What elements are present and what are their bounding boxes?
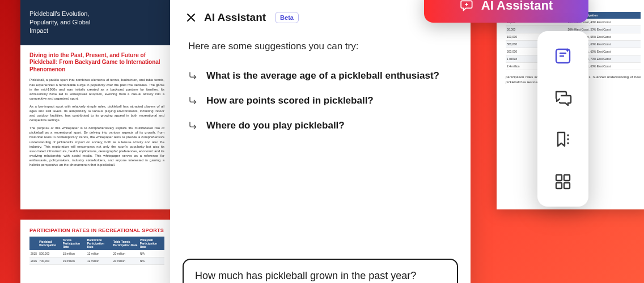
th: Tennis Participation Rate [62,237,86,250]
tool-chat[interactable] [553,88,573,108]
assistant-title: AI Assistant [204,11,266,24]
grid-icon [553,172,573,191]
suggestion-item[interactable]: Where do you play pickleball? [186,113,455,138]
doc-paragraph: As a low-impact sport with relatively si… [29,104,164,122]
suggestion-text: How are points scored in pickleball? [206,95,374,106]
th [29,237,38,250]
th: Pickleball Participation [38,237,62,250]
tool-sparkle-doc[interactable] [553,46,573,66]
doc-subtitle: Pickleball's Evolution, Popularity, and … [29,10,109,35]
doc-heading: Diving into the Past, Present, and Futur… [29,52,164,74]
suggestion-text: What is the average age of a pickleball … [206,70,439,82]
doc-table-title: PARTICIPATION RATES IN RECREATIONAL SPOR… [29,228,164,233]
th: Badminton Participation Rate [86,237,112,250]
suggestion-item[interactable]: How are points scored in pickleball? [186,88,455,113]
svg-rect-5 [564,175,570,181]
assistant-input[interactable]: How much has pickleball grown in the pas… [183,259,458,283]
background-page-left-top: THE RISE OF PICKLEBALL Pickleball's Evol… [20,0,173,209]
th: Table Tennis Participation Rate [112,237,139,250]
table-row: 2015500,00015 million12 million20 millio… [29,250,164,258]
reply-arrow-icon [188,71,198,81]
th: Volleyball Participation Rate [139,237,164,250]
doc-paragraph: Pickleball, a paddle sport that combines… [29,78,164,100]
table-row: 2016700,00015 million12 million20 millio… [29,258,164,265]
svg-rect-6 [556,183,562,188]
sparkle-chat-icon [460,0,474,13]
doc-paragraph: The purpose of this whitepaper is to com… [29,126,164,167]
background-page-left-bottom: PARTICIPATION RATES IN RECREATIONAL SPOR… [20,220,173,283]
svg-point-1 [567,134,569,136]
reply-arrow-icon [188,121,198,131]
suggestions-intro: Here are some suggestions you can try: [186,41,455,52]
svg-point-3 [567,142,569,144]
participation-table: Pickleball Participation Tennis Particip… [29,237,164,265]
close-icon [187,14,195,22]
sparkle-doc-icon [553,46,573,66]
cta-label: AI Assistant [481,0,553,13]
bookmark-icon [553,130,573,149]
svg-point-2 [567,138,569,140]
reply-arrow-icon [188,96,198,106]
tool-bookmark[interactable] [553,130,573,150]
doc-title: PICKLEBALL [29,0,164,2]
suggestion-item[interactable]: What is the average age of a pickleball … [186,63,455,88]
beta-badge: Beta [275,12,299,23]
doc-hero: THE RISE OF PICKLEBALL Pickleball's Evol… [20,0,173,45]
close-button[interactable] [186,12,196,23]
tool-grid[interactable] [553,171,573,192]
ai-assistant-cta-button[interactable]: AI Assistant [424,0,588,23]
ai-assistant-panel: AI Assistant Beta Here are some suggesti… [170,0,471,283]
assistant-header: AI Assistant Beta [186,11,455,24]
side-toolbar [537,31,588,207]
svg-rect-7 [564,183,570,188]
chat-icon [553,88,573,108]
suggestion-text: Where do you play pickleball? [206,120,345,131]
svg-rect-4 [556,175,562,181]
